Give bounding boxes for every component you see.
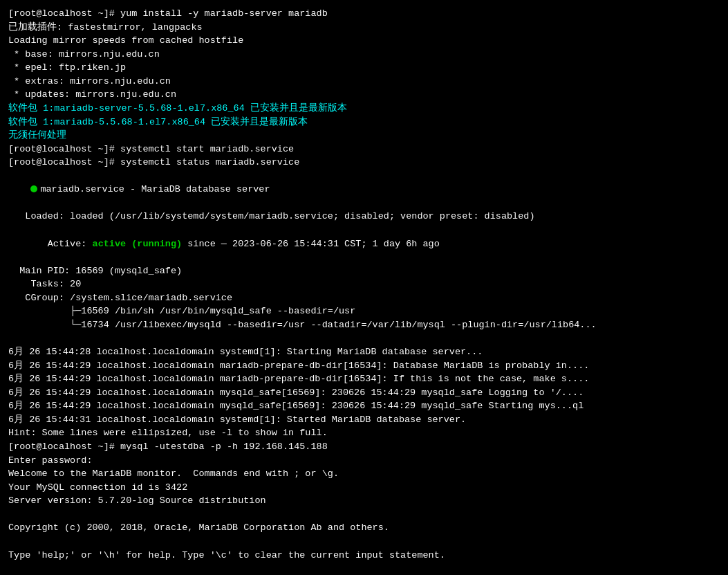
line-28: Hint: Some lines were ellipsized, use -l… <box>8 426 720 440</box>
line-12: [root@localhost ~]# systemctl status mar… <box>8 156 720 170</box>
line-36 <box>8 535 720 549</box>
line-2: 已加载插件: fastestmirror, langpacks <box>8 21 720 35</box>
line-16: Main PID: 16569 (mysqld_safe) <box>8 264 720 278</box>
line-35: Copyright (c) 2000, 2018, Oracle, MariaD… <box>8 521 720 535</box>
line-8: 软件包 1:mariadb-server-5.5.68-1.el7.x86_64… <box>8 102 720 116</box>
line-6: * extras: mirrors.nju.edu.cn <box>8 75 720 89</box>
line-29: [root@localhost ~]# mysql -utestdba -p -… <box>8 440 720 454</box>
line-22: 6月 26 15:44:28 localhost.localdomain sys… <box>8 345 720 359</box>
line-13: mariadb.service - MariaDB database serve… <box>8 170 720 210</box>
line-5: * epel: ftp.riken.jp <box>8 61 720 75</box>
line-20: └─16734 /usr/libexec/mysqld --basedir=/u… <box>8 318 720 332</box>
terminal-window: [root@localhost ~]# yum install -y maria… <box>8 7 720 575</box>
line-34 <box>8 508 720 522</box>
line-27: 6月 26 15:44:31 localhost.localdomain sys… <box>8 413 720 427</box>
line-15: Active: active (running) since — 2023-06… <box>8 223 720 264</box>
line-24: 6月 26 15:44:29 localhost.localdomain mar… <box>8 372 720 386</box>
line-10: 无须任何处理 <box>8 129 720 143</box>
line-38 <box>8 562 720 575</box>
line-14: Loaded: loaded (/usr/lib/systemd/system/… <box>8 210 720 223</box>
line-37: Type 'help;' or '\h' for help. Type '\c'… <box>8 549 720 563</box>
line-26: 6月 26 15:44:29 localhost.localdomain mys… <box>8 399 720 413</box>
service-dot-icon <box>30 185 37 192</box>
line-30: Enter password: <box>8 454 720 468</box>
line-32: Your MySQL connection id is 3422 <box>8 481 720 495</box>
line-1: [root@localhost ~]# yum install -y maria… <box>8 7 720 21</box>
line-23: 6月 26 15:44:29 localhost.localdomain mar… <box>8 359 720 373</box>
line-19: ├─16569 /bin/sh /usr/bin/mysqld_safe --b… <box>8 304 720 318</box>
line-11: [root@localhost ~]# systemctl start mari… <box>8 143 720 156</box>
line-21 <box>8 332 720 346</box>
line-7: * updates: mirrors.nju.edu.cn <box>8 88 720 102</box>
line-33: Server version: 5.7.20-log Source distri… <box>8 494 720 508</box>
line-4: * base: mirrors.nju.edu.cn <box>8 48 720 62</box>
line-31: Welcome to the MariaDB monitor. Commands… <box>8 467 720 481</box>
line-25: 6月 26 15:44:29 localhost.localdomain mys… <box>8 386 720 400</box>
line-9: 软件包 1:mariadb-5.5.68-1.el7.x86_64 已安装并且是… <box>8 116 720 129</box>
line-18: CGroup: /system.slice/mariadb.service <box>8 291 720 305</box>
line-3: Loading mirror speeds from cached hostfi… <box>8 34 720 48</box>
line-17: Tasks: 20 <box>8 277 720 291</box>
